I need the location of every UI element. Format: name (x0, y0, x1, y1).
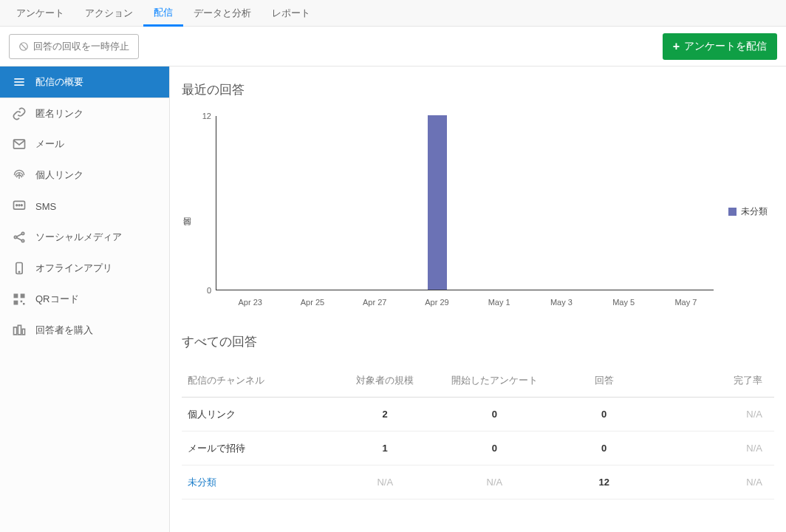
x-tick: Apr 29 (425, 298, 448, 307)
chart-wrap: 回答 012Apr 23Apr 25Apr 27Apr 29May 1May 3… (182, 112, 774, 311)
sidebar-item-label: メール (35, 137, 64, 151)
x-tick: May 3 (550, 298, 573, 307)
sidebar-item-label: 個人リンク (35, 168, 83, 182)
content: 配信の概要匿名リンクメール個人リンクSMSソーシャルメディアオフラインアプリQR… (0, 66, 786, 532)
legend-label: 未分類 (741, 205, 768, 218)
svg-point-8 (18, 205, 20, 206)
purchase-icon (12, 323, 27, 338)
all-responses-title: すべての回答 (182, 333, 774, 350)
x-tick: May 1 (488, 298, 510, 307)
table-cell: N/A (659, 443, 774, 454)
svg-point-10 (14, 236, 16, 238)
sidebar-item-label: オフラインアプリ (35, 262, 112, 275)
tab-データと分析[interactable]: データと分析 (183, 0, 262, 27)
x-tick: Apr 27 (363, 298, 386, 307)
table-cell: 2 (330, 409, 440, 420)
svg-rect-17 (14, 294, 18, 299)
table-cell: 12 (550, 477, 659, 488)
table-header-row: 配信のチャンネル対象者の規模開始したアンケート回答完了率 (182, 364, 774, 398)
tab-レポート[interactable]: レポート (262, 0, 321, 27)
chart-legend: 未分類 (728, 205, 768, 218)
svg-point-16 (18, 271, 19, 272)
table-cell: N/A (330, 477, 440, 488)
sidebar-item-個人リンク[interactable]: 個人リンク (0, 160, 169, 191)
distribute-survey-button[interactable]: + アンケートを配信 (663, 33, 777, 60)
tab-アクション[interactable]: アクション (75, 0, 143, 27)
tab-配信[interactable]: 配信 (143, 0, 183, 27)
sidebar-item-SMS[interactable]: SMS (0, 191, 169, 222)
sidebar-item-匿名リンク[interactable]: 匿名リンク (0, 98, 169, 129)
share-icon (12, 230, 27, 245)
link-icon (12, 106, 27, 121)
table-header-cell: 回答 (550, 374, 659, 387)
table-row: メールで招待100N/A (182, 432, 774, 466)
table-cell: 1 (330, 443, 440, 454)
recent-responses-title: 最近の回答 (182, 81, 774, 98)
svg-rect-21 (23, 303, 25, 305)
sidebar-item-label: ソーシャルメディア (35, 231, 122, 244)
table-cell[interactable]: 未分類 (182, 476, 330, 489)
tab-アンケート[interactable]: アンケート (6, 0, 75, 27)
table-header-cell: 配信のチャンネル (182, 374, 330, 387)
table-cell: 0 (440, 443, 549, 454)
table-cell: N/A (659, 409, 774, 420)
sidebar-item-label: 匿名リンク (35, 107, 83, 120)
sub-toolbar: 回答の回収を一時停止 + アンケートを配信 (0, 27, 786, 66)
table-header-cell: 完了率 (659, 374, 774, 387)
svg-point-11 (21, 232, 24, 234)
sidebar-item-ソーシャルメディア[interactable]: ソーシャルメディア (0, 222, 169, 253)
main: 最近の回答 回答 012Apr 23Apr 25Apr 27Apr 29May … (170, 66, 786, 532)
sidebar-item-label: 配信の概要 (35, 75, 83, 89)
recent-responses-chart: 回答 012Apr 23Apr 25Apr 27Apr 29May 1May 3… (182, 112, 714, 311)
sms-icon (12, 199, 27, 214)
table-cell: 0 (440, 409, 549, 420)
x-tick: May 7 (674, 298, 697, 307)
top-nav: アンケートアクション配信データと分析レポート (0, 0, 786, 27)
tablet-icon (12, 261, 27, 276)
list-icon (12, 75, 27, 89)
sidebar-item-メール[interactable]: メール (0, 129, 169, 160)
table-cell: 個人リンク (182, 408, 330, 421)
plus-icon: + (673, 41, 680, 52)
sidebar-item-label: QRコード (35, 293, 79, 306)
svg-rect-19 (14, 301, 18, 305)
table-header-cell: 対象者の規模 (330, 374, 440, 387)
pause-collection-button[interactable]: 回答の回収を一時停止 (9, 34, 139, 59)
x-tick: May 5 (612, 298, 635, 307)
svg-line-1 (21, 44, 27, 50)
table-cell: 0 (550, 443, 659, 454)
table-cell: 0 (550, 409, 659, 420)
table-header-cell: 開始したアンケート (440, 374, 549, 387)
svg-point-12 (21, 239, 24, 242)
sidebar: 配信の概要匿名リンクメール個人リンクSMSソーシャルメディアオフラインアプリQR… (0, 66, 170, 532)
y-tick: 12 (196, 112, 211, 120)
table-cell: メールで招待 (182, 442, 330, 455)
table-row: 未分類N/AN/A12N/A (182, 466, 774, 499)
x-tick: Apr 25 (301, 298, 324, 307)
sidebar-item-オフラインアプリ[interactable]: オフラインアプリ (0, 253, 169, 284)
svg-rect-20 (21, 301, 23, 303)
table-cell: N/A (659, 477, 774, 488)
svg-rect-23 (18, 325, 21, 335)
svg-point-7 (16, 205, 18, 206)
distribute-label: アンケートを配信 (684, 40, 767, 53)
y-tick: 0 (196, 286, 211, 295)
qr-icon (12, 292, 27, 307)
svg-line-14 (17, 238, 22, 240)
svg-rect-22 (14, 327, 17, 335)
chart-plot-area (216, 116, 714, 290)
responses-table: 配信のチャンネル対象者の規模開始したアンケート回答完了率個人リンク200N/Aメ… (182, 364, 774, 499)
chart-bar (428, 115, 447, 290)
svg-rect-18 (21, 294, 25, 299)
mail-icon (12, 137, 27, 151)
table-cell: N/A (440, 477, 549, 488)
sidebar-item-QRコード[interactable]: QRコード (0, 284, 169, 315)
x-tick: Apr 23 (238, 298, 262, 307)
legend-swatch (728, 208, 737, 216)
svg-point-9 (21, 205, 23, 206)
sidebar-item-label: SMS (35, 201, 56, 212)
table-row: 個人リンク200N/A (182, 398, 774, 432)
sidebar-item-label: 回答者を購入 (35, 324, 93, 337)
sidebar-item-回答者を購入[interactable]: 回答者を購入 (0, 315, 169, 346)
sidebar-item-配信の概要[interactable]: 配信の概要 (0, 66, 169, 98)
